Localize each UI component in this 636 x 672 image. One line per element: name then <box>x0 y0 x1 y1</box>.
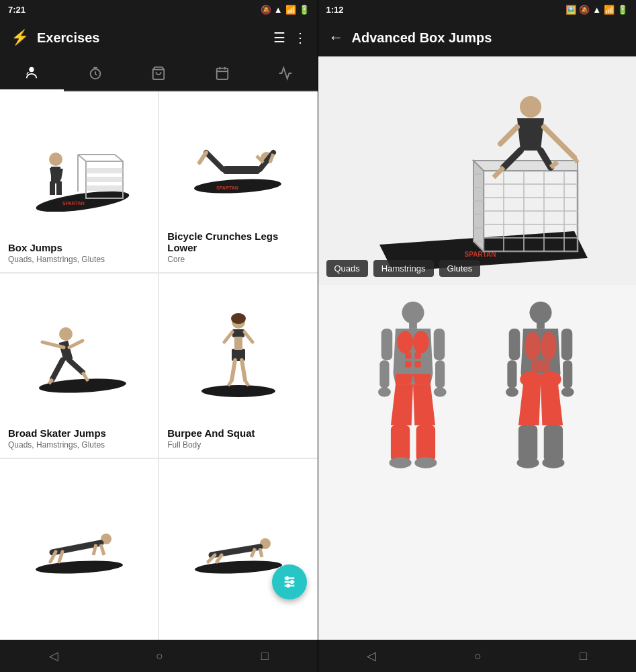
tab-person[interactable] <box>0 56 64 91</box>
skater-illustration <box>29 308 130 396</box>
exercise-name-bicycle: Bicycle Crunches Legs Lower <box>167 230 309 253</box>
battery-icon-right: 🔋 <box>617 5 628 15</box>
svg-rect-108 <box>405 352 411 358</box>
svg-rect-23 <box>56 181 62 195</box>
muscle-tag-glutes: Glutes <box>439 260 481 277</box>
detail-header: ← Advanced Box Jumps <box>318 19 637 56</box>
exercise-card-skater[interactable]: Broad Skater Jumps Quads, Hamstrings, Gl… <box>0 274 158 458</box>
recent-button-left[interactable]: □ <box>245 644 285 669</box>
stack-icon[interactable]: ☰ <box>273 30 285 46</box>
svg-marker-77 <box>473 161 578 171</box>
muscle-diagram <box>318 285 637 487</box>
svg-line-53 <box>245 380 248 386</box>
burpee-illustration <box>195 305 282 399</box>
svg-line-48 <box>224 332 232 342</box>
svg-line-97 <box>574 157 578 163</box>
svg-text:SPARTAN: SPARTAN <box>62 201 85 206</box>
exercise-muscles-skater: Quads, Hamstrings, Glutes <box>8 440 150 450</box>
svg-rect-22 <box>50 181 55 195</box>
svg-rect-47 <box>234 337 242 350</box>
svg-rect-118 <box>434 329 445 360</box>
battery-icon: 🔋 <box>299 5 310 15</box>
time-left: 7:21 <box>8 5 261 15</box>
svg-marker-95 <box>517 118 544 151</box>
svg-line-49 <box>244 332 253 342</box>
back-icon[interactable]: ← <box>329 29 344 46</box>
svg-marker-143 <box>541 384 563 425</box>
svg-rect-110 <box>405 361 411 367</box>
svg-rect-17 <box>86 185 123 191</box>
tab-timer[interactable] <box>64 56 128 91</box>
exercise-card-bicycle[interactable]: SPARTAN Bicycle Crunches Legs Lower Core <box>159 91 317 272</box>
exercise-card-burpee[interactable]: Burpee And Squat Full Body <box>159 274 317 458</box>
exercise-muscles-box-jumps: Quads, Hamstrings, Glutes <box>8 255 150 264</box>
detail-content: SPARTAN <box>318 56 637 640</box>
svg-rect-119 <box>435 360 445 388</box>
svg-rect-128 <box>537 322 545 328</box>
svg-point-117 <box>378 387 391 396</box>
exercise-image-burpee <box>167 282 309 422</box>
exercise-card-pushup2[interactable] <box>159 459 317 640</box>
svg-rect-140 <box>563 360 572 388</box>
home-button-left[interactable]: ○ <box>140 644 179 669</box>
back-button-right[interactable]: ◁ <box>351 643 392 669</box>
status-icons-left: 🔕 ▲ 📶 🔋 <box>261 5 310 15</box>
svg-line-28 <box>206 153 223 169</box>
tab-chart[interactable] <box>254 56 318 91</box>
filter-fab[interactable] <box>272 564 307 599</box>
recent-button-right[interactable]: □ <box>563 644 603 669</box>
svg-point-72 <box>290 581 293 583</box>
right-panel: 1:12 🖼️ 🔕 ▲ 📶 🔋 ← Advanced Box Jumps SPA… <box>318 0 637 672</box>
svg-rect-45 <box>232 329 244 337</box>
svg-rect-136 <box>509 329 520 360</box>
svg-point-131 <box>541 332 557 361</box>
svg-rect-111 <box>415 361 421 367</box>
exercise-card-box-jumps[interactable]: SPARTAN <box>0 91 158 272</box>
app-title: Exercises <box>37 30 265 46</box>
exercise-image-skater <box>8 282 150 422</box>
exercise-detail-image: SPARTAN <box>318 56 637 285</box>
app-header: ⚡ Exercises ☰ ⋮ <box>0 19 318 56</box>
exercise-image-bicycle: SPARTAN <box>167 99 309 225</box>
muscle-tags: Quads Hamstrings Glutes <box>326 260 481 277</box>
svg-point-44 <box>231 313 246 324</box>
mute-icon-right: 🔕 <box>579 5 590 15</box>
mute-icon: 🔕 <box>261 5 271 15</box>
svg-point-54 <box>35 558 123 573</box>
svg-rect-104 <box>409 322 417 328</box>
back-button-left[interactable]: ◁ <box>33 643 75 669</box>
svg-point-73 <box>287 585 289 587</box>
exercise-image-pushup1 <box>8 467 150 626</box>
svg-point-0 <box>30 67 34 71</box>
box-jumps-illustration: SPARTAN <box>26 124 133 212</box>
signal-icon-right: 📶 <box>604 5 615 15</box>
svg-line-29 <box>199 153 206 163</box>
wifi-icon-right: ▲ <box>592 5 601 15</box>
tab-calendar[interactable] <box>191 56 255 91</box>
nav-bar-right: ◁ ○ □ <box>318 640 637 672</box>
pushup1-illustration <box>29 520 130 574</box>
svg-marker-113 <box>396 374 413 384</box>
signal-icon: 📶 <box>285 5 296 15</box>
tab-cart[interactable] <box>127 56 191 91</box>
svg-line-96 <box>544 127 574 157</box>
svg-line-51 <box>242 360 245 380</box>
status-bar-right: 1:12 🖼️ 🔕 ▲ 📶 🔋 <box>318 0 637 19</box>
svg-rect-144 <box>518 425 537 461</box>
svg-marker-142 <box>518 384 541 425</box>
more-icon[interactable]: ⋮ <box>293 30 307 46</box>
svg-marker-122 <box>413 384 435 425</box>
svg-rect-116 <box>380 360 390 388</box>
svg-line-12 <box>115 155 123 161</box>
wifi-icon: ▲ <box>274 5 283 15</box>
exercise-muscles-bicycle: Core <box>167 255 309 264</box>
svg-point-94 <box>520 96 541 118</box>
svg-rect-27 <box>223 166 260 174</box>
home-button-right[interactable]: ○ <box>458 644 498 669</box>
muscle-tag-hamstrings: Hamstrings <box>373 260 434 277</box>
exercise-card-pushup1[interactable] <box>0 459 158 640</box>
front-body-figure <box>359 298 467 473</box>
svg-rect-4 <box>217 68 228 79</box>
svg-rect-139 <box>561 329 573 360</box>
svg-point-147 <box>543 457 565 468</box>
